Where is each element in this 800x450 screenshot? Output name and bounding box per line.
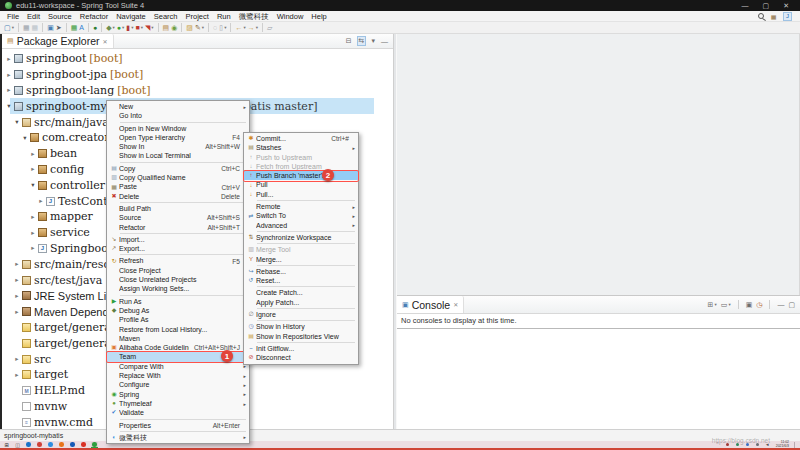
display-selected-console-icon[interactable]: ▭▾	[721, 301, 731, 309]
context-menu-item-build-path[interactable]: Build Path▸	[107, 204, 249, 213]
close-icon[interactable]: ✕	[453, 301, 458, 308]
tray-volume-icon[interactable]: ◄	[764, 442, 771, 448]
mark-occurrences-icon[interactable]: ▯▾	[218, 22, 227, 33]
context-menu-item-configure[interactable]: Configure▸	[107, 380, 249, 389]
open-console-icon[interactable]: ⊞▾	[708, 301, 717, 309]
expand-arrow-icon[interactable]: ▸	[13, 355, 21, 363]
tray-tray-item-1-icon[interactable]	[724, 442, 731, 448]
expand-arrow-icon[interactable]: ▸	[13, 260, 21, 268]
team-menu-item-show-in-history[interactable]: ◷Show in History	[244, 322, 358, 331]
expand-arrow-icon[interactable]: ▸	[13, 292, 21, 300]
minimize-button[interactable]: —	[742, 0, 749, 11]
expand-arrow-icon[interactable]: ▾	[21, 134, 29, 142]
expand-arrow-icon[interactable]: ▸	[5, 86, 13, 94]
taskbar-task-view-icon[interactable]: ◫	[14, 442, 21, 448]
dropdown-caret-icon[interactable]: ▾	[122, 25, 124, 30]
open-perspective-icon[interactable]: ▦	[769, 12, 778, 21]
context-menu-item-restore-from-local-history[interactable]: Restore from Local History...	[107, 325, 249, 334]
pointer-mode-icon[interactable]: ➤	[55, 22, 63, 33]
run-icon[interactable]: ●▾	[116, 22, 126, 33]
context-menu-item-new[interactable]: New▸	[107, 102, 249, 111]
taskbar-start-icon[interactable]: ⊞	[3, 442, 10, 448]
expand-arrow-icon[interactable]: ▾	[13, 118, 21, 126]
context-menu-item-compare-with[interactable]: Compare With▸	[107, 362, 249, 371]
context-menu-item-export[interactable]: ↗Export...	[107, 244, 249, 253]
menubar-item-run[interactable]: Run	[213, 11, 235, 22]
tab-console[interactable]: ▣ Console ✕	[397, 296, 464, 313]
menubar-item-file[interactable]: File	[3, 11, 23, 22]
dropdown-caret-icon[interactable]: ▾	[131, 25, 133, 30]
team-menu-item-disconnect[interactable]: ⊘Disconnect	[244, 353, 358, 362]
save-icon[interactable]: ▦	[22, 22, 31, 33]
tray-tray-item-2-icon[interactable]	[734, 442, 741, 448]
minimize-view-icon[interactable]: —	[380, 38, 389, 45]
team-menu-item-create-patch[interactable]: Create Patch...	[244, 288, 358, 297]
maximize-button[interactable]: ▢	[763, 0, 770, 11]
context-menu-item-assign-working-sets[interactable]: Assign Working Sets...	[107, 284, 249, 293]
context-menu-item-refactor[interactable]: RefactorAlt+Shift+T▸	[107, 223, 249, 232]
team-menu-item-remote[interactable]: Remote▸	[244, 202, 358, 211]
menubar-item-project[interactable]: Project	[182, 11, 213, 22]
menubar-item-source[interactable]: Source	[44, 11, 76, 22]
context-menu-item-validate[interactable]: ✔Validate	[107, 408, 249, 417]
context-menu-item-close-project[interactable]: Close Project	[107, 266, 249, 275]
expand-arrow-icon[interactable]: ▸	[29, 244, 37, 252]
open-terminal-icon[interactable]: ▣	[46, 22, 55, 33]
tree-item-springboot-lang[interactable]: ▸springboot-lang[boot]	[2, 83, 393, 99]
team-menu-item-pull[interactable]: ↓Pull	[244, 180, 358, 189]
context-menu-item-refresh[interactable]: ↻RefreshF5	[107, 256, 249, 265]
team-menu-item-fetch-from-upstream[interactable]: ↓Fetch from Upstream	[244, 162, 358, 171]
boot-dashboard-icon[interactable]: ●	[92, 22, 98, 33]
taskbar-app-ie-icon[interactable]	[69, 442, 76, 448]
expand-arrow-icon[interactable]: ▸	[13, 371, 21, 379]
save-all-icon[interactable]: ▦	[31, 22, 40, 33]
menubar-item-微鹭科技[interactable]: 微鹭科技	[235, 11, 273, 22]
context-menu-item-properties[interactable]: PropertiesAlt+Enter	[107, 421, 249, 430]
context-menu-item-spring[interactable]: ◉Spring▸	[107, 390, 249, 399]
menubar-item-navigate[interactable]: Navigate	[112, 11, 150, 22]
context-menu-item-source[interactable]: SourceAlt+Shift+S▸	[107, 213, 249, 222]
taskbar-app-red-icon[interactable]	[36, 442, 43, 448]
team-menu-item-rebase[interactable]: ↪Rebase...	[244, 267, 358, 276]
close-icon[interactable]: ✕	[103, 38, 108, 45]
expand-arrow-icon[interactable]: ▸	[5, 55, 13, 63]
tray-tray-item-4-icon[interactable]	[754, 442, 761, 448]
link-with-editor-icon[interactable]: ⇆	[357, 36, 367, 46]
dropdown-caret-icon[interactable]: ▾	[113, 25, 115, 30]
team-menu-item-init-gitflow[interactable]: ~Init Gitflow...	[244, 344, 358, 353]
translate-a-icon[interactable]: A	[78, 22, 85, 33]
context-menu-item-replace-with[interactable]: Replace With▸	[107, 371, 249, 380]
context-menu-item-copy[interactable]: ▤CopyCtrl+C	[107, 164, 249, 173]
menubar-item-edit[interactable]: Edit	[23, 11, 44, 22]
context-menu-item-go-into[interactable]: Go Into	[107, 111, 249, 120]
taskbar-app-firefox-icon[interactable]	[58, 442, 65, 448]
dropdown-caret-icon[interactable]: ▾	[224, 25, 226, 30]
open-folder-icon[interactable]: ▨	[185, 22, 194, 33]
coverage-icon[interactable]: ▮▾	[125, 22, 134, 33]
context-menu-item-show-in[interactable]: Show InAlt+Shift+W▸	[107, 142, 249, 151]
menubar-item-refactor[interactable]: Refactor	[76, 11, 112, 22]
expand-arrow-icon[interactable]: ▾	[29, 181, 37, 189]
context-menu-item-debug-as[interactable]: ◆Debug As▸	[107, 306, 249, 315]
context-menu-item-paste[interactable]: ▦PasteCtrl+V	[107, 182, 249, 191]
expand-arrow-icon[interactable]: ▸	[5, 71, 13, 79]
team-menu-item-apply-patch[interactable]: Apply Patch...	[244, 298, 358, 307]
pin-console-icon[interactable]: ▣	[746, 301, 753, 309]
team-menu-item-switch-to[interactable]: ⇄Switch To▸	[244, 211, 358, 220]
dropdown-caret-icon[interactable]: ▾	[728, 302, 730, 307]
team-menu-item-show-in-repositories-view[interactable]: ▤Show in Repositories View	[244, 332, 358, 341]
collapse-all-icon[interactable]: ⊟	[345, 37, 353, 45]
expand-arrow-icon[interactable]: ▸	[29, 229, 37, 237]
team-menu-item-merge-tool[interactable]: ▥Merge Tool	[244, 245, 358, 254]
taskbar-clock[interactable]: 11:022021/6/3	[774, 441, 791, 448]
tray-tray-expand-icon[interactable]: ⌃	[714, 442, 721, 448]
java-perspective-icon[interactable]: J	[783, 12, 792, 21]
context-menu-item-import[interactable]: ↘Import...	[107, 235, 249, 244]
context-menu-item-微鹭科技[interactable]: ◐微鹭科技▸	[107, 433, 249, 442]
debug-icon[interactable]: ◆▾	[105, 22, 116, 33]
dropdown-caret-icon[interactable]: ▾	[714, 302, 716, 307]
context-menu-item-open-in-new-window[interactable]: Open in New Window	[107, 124, 249, 133]
dropdown-caret-icon[interactable]: ▾	[256, 25, 258, 30]
console-clock-icon[interactable]: ◷	[756, 301, 762, 309]
tray-tray-item-3-icon[interactable]	[744, 442, 751, 448]
